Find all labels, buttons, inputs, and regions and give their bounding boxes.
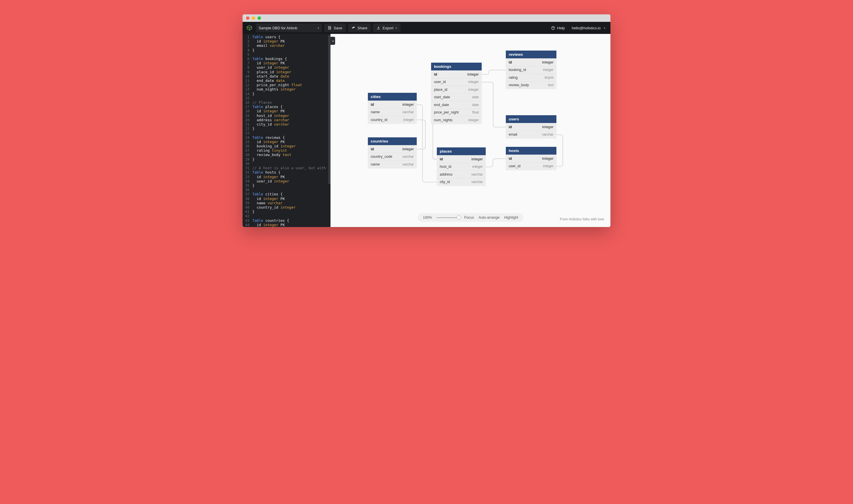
highlight-button[interactable]: Highlight: [504, 216, 518, 219]
table-row[interactable]: idinteger: [506, 58, 556, 66]
table-header[interactable]: hosts: [506, 147, 556, 155]
code-line[interactable]: 8 user_id integer: [243, 65, 331, 70]
share-button[interactable]: Share: [348, 23, 371, 32]
export-button[interactable]: Export ▾: [373, 23, 401, 32]
code-line[interactable]: 42: [243, 214, 331, 218]
code-line[interactable]: 44 id integer PK: [243, 223, 331, 227]
zoom-slider-knob[interactable]: [457, 216, 461, 219]
table-users[interactable]: usersidintegeremailvarchar: [506, 115, 556, 138]
table-row[interactable]: review_bodytext: [506, 81, 556, 89]
code-line[interactable]: 25 id integer PK: [243, 140, 331, 144]
table-header[interactable]: bookings: [431, 62, 482, 70]
code-line[interactable]: 41}: [243, 210, 331, 214]
table-header[interactable]: reviews: [506, 51, 556, 58]
editor-scrollbar[interactable]: [328, 35, 331, 184]
table-row[interactable]: num_nightsinteger: [431, 116, 482, 124]
table-row[interactable]: idinteger: [506, 155, 556, 162]
code-line[interactable]: 34 user_id integer: [243, 179, 331, 183]
table-countries[interactable]: countriesidintegercountry_codevarcharnam…: [368, 137, 417, 168]
code-editor[interactable]: 1Table users {2 id integer PK3 email var…: [243, 34, 331, 227]
code-line[interactable]: 15: [243, 96, 331, 100]
table-row[interactable]: country_codevarchar: [368, 153, 417, 161]
code-line[interactable]: 22}: [243, 126, 331, 131]
code-line[interactable]: 9 place_id integer: [243, 70, 331, 74]
save-button[interactable]: Save: [324, 23, 346, 32]
code-line[interactable]: 29}: [243, 157, 331, 161]
table-row[interactable]: booking_idinteger: [506, 66, 556, 74]
code-line[interactable]: 27 rating tinyint: [243, 148, 331, 152]
table-row[interactable]: addressvarchar: [437, 170, 486, 178]
table-places[interactable]: placesidintegerhost_idintegeraddressvarc…: [437, 147, 486, 186]
table-header[interactable]: places: [437, 147, 486, 155]
code-line[interactable]: 36: [243, 187, 331, 192]
window-close-button[interactable]: [246, 16, 249, 20]
zoom-slider[interactable]: [437, 217, 460, 218]
code-line[interactable]: 31// A host is also a user, but with ad: [243, 166, 331, 170]
table-row[interactable]: start_datedate: [431, 93, 482, 101]
code-line[interactable]: 4}: [243, 48, 331, 52]
code-line[interactable]: 35}: [243, 183, 331, 187]
code-line[interactable]: 6Table bookings {: [243, 57, 331, 61]
table-row[interactable]: idinteger: [368, 145, 417, 153]
code-line[interactable]: 39 name varchar: [243, 201, 331, 205]
table-bookings[interactable]: bookingsidintegeruser_idintegerplace_idi…: [431, 62, 482, 124]
table-row[interactable]: idinteger: [368, 101, 417, 108]
code-line[interactable]: 16// Places: [243, 100, 331, 105]
window-minimize-button[interactable]: [252, 16, 255, 20]
code-line[interactable]: 26 booking_id integer: [243, 144, 331, 148]
code-line[interactable]: 17Table places {: [243, 105, 331, 109]
table-row[interactable]: city_idvarchar: [437, 178, 486, 186]
table-header[interactable]: cities: [368, 93, 417, 101]
table-row[interactable]: country_idinteger: [368, 116, 417, 124]
code-line[interactable]: 11 end_date date: [243, 78, 331, 83]
code-line[interactable]: 3 email varchar: [243, 43, 331, 48]
diagram-canvas[interactable]: 100% Focus Auto-arrange Highlight From H…: [331, 34, 610, 227]
table-row[interactable]: emailvarchar: [506, 131, 556, 139]
code-line[interactable]: 5: [243, 52, 331, 57]
table-row[interactable]: ratingtinyint: [506, 74, 556, 81]
code-line[interactable]: 32Table hosts {: [243, 170, 331, 175]
table-reviews[interactable]: reviewsidintegerbooking_idintegerratingt…: [506, 51, 556, 89]
table-row[interactable]: user_idinteger: [431, 78, 482, 86]
table-row[interactable]: user_idinteger: [506, 162, 556, 170]
code-line[interactable]: 1Table users {: [243, 35, 331, 39]
collapse-editor-button[interactable]: ◂: [331, 37, 335, 45]
table-row[interactable]: place_idinteger: [431, 86, 482, 93]
code-line[interactable]: 12 price_per_night float: [243, 83, 331, 87]
table-header[interactable]: users: [506, 115, 556, 123]
code-line[interactable]: 18 id integer PK: [243, 109, 331, 113]
table-row[interactable]: end_datedate: [431, 101, 482, 109]
table-cities[interactable]: citiesidintegernamevarcharcountry_idinte…: [368, 93, 417, 124]
code-line[interactable]: 23: [243, 131, 331, 135]
code-line[interactable]: 20 address varchar: [243, 118, 331, 122]
code-line[interactable]: 43Table countries {: [243, 218, 331, 223]
window-zoom-button[interactable]: [257, 16, 261, 20]
code-line[interactable]: 14}: [243, 92, 331, 96]
table-row[interactable]: host_idinteger: [437, 163, 486, 171]
code-line[interactable]: 30: [243, 161, 331, 166]
table-row[interactable]: idinteger: [431, 70, 482, 78]
code-line[interactable]: 21 city_id varchar: [243, 122, 331, 126]
code-line[interactable]: 2 id integer PK: [243, 39, 331, 43]
table-row[interactable]: namevarchar: [368, 108, 417, 116]
code-line[interactable]: 40 country_id integer: [243, 205, 331, 210]
table-hosts[interactable]: hostsidintegeruser_idinteger: [506, 147, 556, 170]
auto-arrange-button[interactable]: Auto-arrange: [479, 216, 499, 219]
focus-button[interactable]: Focus: [464, 216, 474, 219]
help-link[interactable]: Help: [549, 23, 567, 32]
code-line[interactable]: 33 id integer PK: [243, 175, 331, 179]
code-line[interactable]: 13 num_nights integer: [243, 87, 331, 91]
code-line[interactable]: 38 id integer PK: [243, 197, 331, 201]
project-selector[interactable]: Sample DBD for Airbnb ▾: [256, 23, 322, 32]
code-line[interactable]: 10 start_date date: [243, 74, 331, 78]
table-header[interactable]: countries: [368, 137, 417, 145]
table-row[interactable]: idinteger: [506, 123, 556, 131]
table-row[interactable]: price_per_nightfloat: [431, 109, 482, 116]
code-line[interactable]: 37Table cities {: [243, 192, 331, 196]
table-row[interactable]: idinteger: [437, 155, 486, 163]
code-line[interactable]: 24Table reviews {: [243, 135, 331, 140]
code-line[interactable]: 19 host_id integer: [243, 113, 331, 118]
code-line[interactable]: 28 review_body text: [243, 152, 331, 157]
code-line[interactable]: 7 id integer PK: [243, 61, 331, 65]
table-row[interactable]: namevarchar: [368, 160, 417, 168]
